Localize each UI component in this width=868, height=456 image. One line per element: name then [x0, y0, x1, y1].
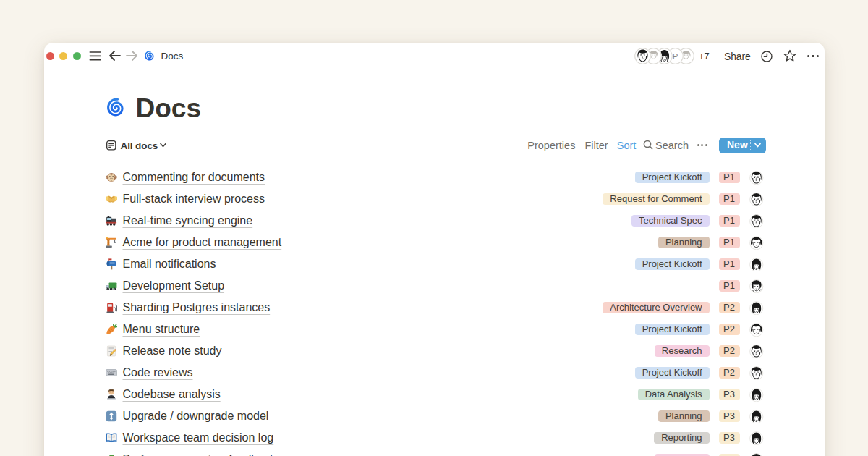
svg-text:P: P: [673, 52, 678, 61]
